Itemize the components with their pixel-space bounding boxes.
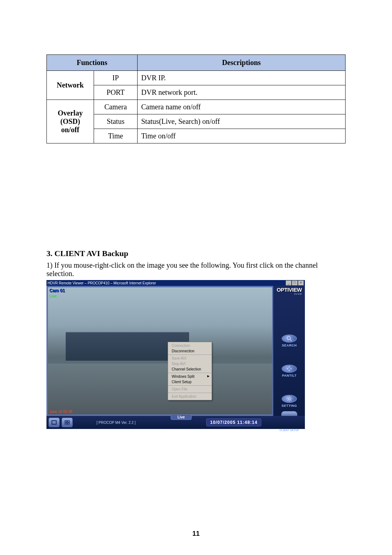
side-label: PANTILT xyxy=(282,374,297,377)
svg-point-2 xyxy=(288,398,290,400)
bottom-bar: [ PROCOP M4 Ver. 2.2 ] Live 10/07/2005 1… xyxy=(46,416,305,429)
setting-button[interactable] xyxy=(282,395,297,403)
logo-text: OPTIVIEW xyxy=(277,287,302,293)
video-pane[interactable]: Cam 01 Live June 10 05 98 Connection Dis… xyxy=(46,286,274,416)
version-label: [ PROCOP M4 Ver. 2.2 ] xyxy=(97,421,136,425)
functions-table: Functions Descriptions Network IP DVR IP… xyxy=(46,54,346,143)
table-row: Overlay (OSD) on/off Camera Camera name … xyxy=(47,100,346,114)
menu-item-open-file[interactable]: Open File xyxy=(168,386,212,392)
svg-rect-7 xyxy=(68,423,69,424)
menu-item-client-setup[interactable]: Client Setup xyxy=(168,379,212,385)
submenu-arrow-icon: ▶ xyxy=(207,374,209,378)
close-button[interactable]: × xyxy=(298,280,304,285)
pantilt-button[interactable] xyxy=(282,365,297,373)
fn-cell: IP xyxy=(94,71,138,85)
col-header-functions: Functions xyxy=(47,55,138,71)
menu-item-connection[interactable]: Connection xyxy=(168,343,212,348)
desc-cell: DVR network port. xyxy=(138,85,346,100)
mini-label: CLIENT SETUP xyxy=(279,429,299,432)
datetime-badge: 10/07/2005 11:48:14 xyxy=(206,418,261,426)
svg-rect-5 xyxy=(68,421,69,422)
menu-separator xyxy=(168,385,212,386)
gear-icon xyxy=(286,396,293,402)
svg-point-0 xyxy=(287,336,290,340)
menu-item-save-avi[interactable]: Save AVI xyxy=(168,356,212,361)
svg-line-1 xyxy=(290,339,292,341)
screenshot: HDVR Remote Viewer – PROCOP410 – Microso… xyxy=(46,280,305,429)
section-text: 1) If you mouse-right-click on the image… xyxy=(46,261,346,278)
menu-item-windows-split[interactable]: Windows Split ▶ xyxy=(168,374,212,379)
side-label: SEARCH xyxy=(282,344,297,347)
window-buttons: _ □ × xyxy=(286,280,304,285)
group-network: Network xyxy=(47,71,94,100)
maximize-button[interactable]: □ xyxy=(292,280,298,285)
pantilt-icon xyxy=(286,365,293,372)
menu-item-stop-avi[interactable]: Stop AVI xyxy=(168,361,212,366)
live-badge: Live xyxy=(171,414,192,420)
overlay-time: June 10 05 98 xyxy=(49,410,72,414)
menu-separator xyxy=(168,373,212,373)
quad-view-icon xyxy=(65,420,70,425)
live-label: Live xyxy=(49,294,57,298)
section-heading: 3. CLIENT AVI Backup xyxy=(46,249,346,258)
side-label: SETTING xyxy=(282,404,297,408)
menu-item-channel-selection[interactable]: Channel Selection xyxy=(168,366,212,372)
side-panel: OPTIVIEW DV430 SEARCH PANTILT SETTING xyxy=(273,286,305,429)
group-overlay: Overlay (OSD) on/off xyxy=(47,100,94,143)
window-title: HDVR Remote Viewer – PROCOP410 – Microso… xyxy=(48,281,156,285)
logo: OPTIVIEW DV430 xyxy=(277,287,302,295)
menu-separator xyxy=(168,393,212,393)
table-row: Network IP DVR IP. xyxy=(47,71,346,85)
desc-cell: DVR IP. xyxy=(138,71,346,85)
scene-road xyxy=(48,364,272,414)
menu-separator xyxy=(168,355,212,355)
fn-cell: PORT xyxy=(94,85,138,100)
titlebar: HDVR Remote Viewer – PROCOP410 – Microso… xyxy=(46,280,305,286)
logo-sub: DV430 xyxy=(277,293,302,295)
quad-view-button[interactable] xyxy=(62,418,73,427)
single-view-button[interactable] xyxy=(49,418,60,427)
fn-cell: Camera xyxy=(94,100,138,114)
page-number: 11 xyxy=(0,530,392,538)
svg-rect-3 xyxy=(52,421,56,424)
menu-item-exit-application[interactable]: Exit Application xyxy=(168,394,212,399)
svg-rect-4 xyxy=(65,421,67,422)
col-header-descriptions: Descriptions xyxy=(138,55,346,71)
camera-label: Cam 01 xyxy=(49,288,65,293)
svg-rect-6 xyxy=(65,423,67,424)
context-menu: Connection Disconnection Save AVI Stop A… xyxy=(168,342,212,400)
menu-item-disconnection[interactable]: Disconnection xyxy=(168,348,212,354)
desc-cell: Status(Live, Search) on/off xyxy=(138,114,346,129)
search-icon xyxy=(286,335,293,342)
section-client-avi-backup: 3. CLIENT AVI Backup 1) If you mouse-rig… xyxy=(46,249,346,429)
minimize-button[interactable]: _ xyxy=(286,280,291,285)
fn-cell: Time xyxy=(94,129,138,143)
fn-cell: Status xyxy=(94,114,138,129)
menu-item-label: Windows Split xyxy=(172,374,195,378)
desc-cell: Camera name on/off xyxy=(138,100,346,114)
search-button[interactable] xyxy=(282,335,297,343)
desc-cell: Time on/off xyxy=(138,129,346,143)
single-view-icon xyxy=(52,420,57,425)
